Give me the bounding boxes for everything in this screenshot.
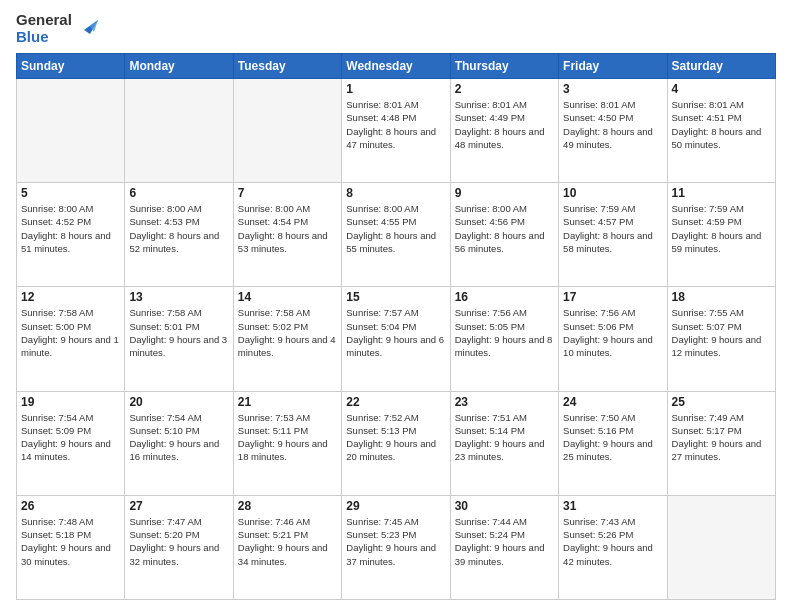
day-number: 13 [129,290,228,304]
calendar-cell: 22Sunrise: 7:52 AM Sunset: 5:13 PM Dayli… [342,391,450,495]
day-number: 3 [563,82,662,96]
day-number: 25 [672,395,771,409]
day-number: 23 [455,395,554,409]
day-number: 12 [21,290,120,304]
day-number: 31 [563,499,662,513]
day-info: Sunrise: 7:58 AM Sunset: 5:01 PM Dayligh… [129,306,228,359]
day-info: Sunrise: 7:49 AM Sunset: 5:17 PM Dayligh… [672,411,771,464]
day-info: Sunrise: 8:01 AM Sunset: 4:51 PM Dayligh… [672,98,771,151]
day-number: 26 [21,499,120,513]
day-number: 17 [563,290,662,304]
day-info: Sunrise: 8:00 AM Sunset: 4:52 PM Dayligh… [21,202,120,255]
header: General Blue [16,12,776,45]
calendar-cell: 8Sunrise: 8:00 AM Sunset: 4:55 PM Daylig… [342,183,450,287]
day-info: Sunrise: 7:50 AM Sunset: 5:16 PM Dayligh… [563,411,662,464]
calendar-cell [667,495,775,599]
logo-general: General [16,12,72,29]
weekday-header-thursday: Thursday [450,54,558,79]
calendar-cell: 20Sunrise: 7:54 AM Sunset: 5:10 PM Dayli… [125,391,233,495]
calendar-cell: 9Sunrise: 8:00 AM Sunset: 4:56 PM Daylig… [450,183,558,287]
day-number: 4 [672,82,771,96]
day-info: Sunrise: 7:48 AM Sunset: 5:18 PM Dayligh… [21,515,120,568]
calendar-header: SundayMondayTuesdayWednesdayThursdayFrid… [17,54,776,79]
day-info: Sunrise: 7:58 AM Sunset: 5:00 PM Dayligh… [21,306,120,359]
day-info: Sunrise: 7:59 AM Sunset: 4:57 PM Dayligh… [563,202,662,255]
day-number: 24 [563,395,662,409]
day-number: 14 [238,290,337,304]
calendar-cell [125,79,233,183]
day-number: 7 [238,186,337,200]
calendar-cell: 29Sunrise: 7:45 AM Sunset: 5:23 PM Dayli… [342,495,450,599]
day-number: 21 [238,395,337,409]
calendar-cell: 26Sunrise: 7:48 AM Sunset: 5:18 PM Dayli… [17,495,125,599]
calendar-cell: 19Sunrise: 7:54 AM Sunset: 5:09 PM Dayli… [17,391,125,495]
day-info: Sunrise: 7:56 AM Sunset: 5:06 PM Dayligh… [563,306,662,359]
day-number: 9 [455,186,554,200]
day-number: 6 [129,186,228,200]
day-number: 30 [455,499,554,513]
weekday-header-monday: Monday [125,54,233,79]
day-info: Sunrise: 7:44 AM Sunset: 5:24 PM Dayligh… [455,515,554,568]
day-number: 27 [129,499,228,513]
calendar-cell: 31Sunrise: 7:43 AM Sunset: 5:26 PM Dayli… [559,495,667,599]
weekday-header-friday: Friday [559,54,667,79]
calendar-cell [233,79,341,183]
calendar-cell: 3Sunrise: 8:01 AM Sunset: 4:50 PM Daylig… [559,79,667,183]
day-info: Sunrise: 8:01 AM Sunset: 4:50 PM Dayligh… [563,98,662,151]
day-info: Sunrise: 7:55 AM Sunset: 5:07 PM Dayligh… [672,306,771,359]
day-number: 8 [346,186,445,200]
day-info: Sunrise: 7:52 AM Sunset: 5:13 PM Dayligh… [346,411,445,464]
calendar-cell: 24Sunrise: 7:50 AM Sunset: 5:16 PM Dayli… [559,391,667,495]
day-number: 29 [346,499,445,513]
weekday-row: SundayMondayTuesdayWednesdayThursdayFrid… [17,54,776,79]
day-info: Sunrise: 8:01 AM Sunset: 4:48 PM Dayligh… [346,98,445,151]
day-number: 19 [21,395,120,409]
day-info: Sunrise: 8:00 AM Sunset: 4:53 PM Dayligh… [129,202,228,255]
calendar-cell: 27Sunrise: 7:47 AM Sunset: 5:20 PM Dayli… [125,495,233,599]
calendar-week-3: 12Sunrise: 7:58 AM Sunset: 5:00 PM Dayli… [17,287,776,391]
calendar-cell: 4Sunrise: 8:01 AM Sunset: 4:51 PM Daylig… [667,79,775,183]
day-info: Sunrise: 7:47 AM Sunset: 5:20 PM Dayligh… [129,515,228,568]
calendar-cell: 23Sunrise: 7:51 AM Sunset: 5:14 PM Dayli… [450,391,558,495]
page: General Blue SundayMondayTuesdayWednesda… [0,0,792,612]
day-number: 15 [346,290,445,304]
weekday-header-wednesday: Wednesday [342,54,450,79]
logo-blue: Blue [16,29,72,46]
day-info: Sunrise: 7:59 AM Sunset: 4:59 PM Dayligh… [672,202,771,255]
day-info: Sunrise: 7:51 AM Sunset: 5:14 PM Dayligh… [455,411,554,464]
day-info: Sunrise: 8:01 AM Sunset: 4:49 PM Dayligh… [455,98,554,151]
calendar-cell: 2Sunrise: 8:01 AM Sunset: 4:49 PM Daylig… [450,79,558,183]
calendar-cell: 10Sunrise: 7:59 AM Sunset: 4:57 PM Dayli… [559,183,667,287]
calendar-cell: 7Sunrise: 8:00 AM Sunset: 4:54 PM Daylig… [233,183,341,287]
calendar-cell: 12Sunrise: 7:58 AM Sunset: 5:00 PM Dayli… [17,287,125,391]
day-info: Sunrise: 7:56 AM Sunset: 5:05 PM Dayligh… [455,306,554,359]
day-number: 22 [346,395,445,409]
calendar-cell: 28Sunrise: 7:46 AM Sunset: 5:21 PM Dayli… [233,495,341,599]
calendar-week-1: 1Sunrise: 8:01 AM Sunset: 4:48 PM Daylig… [17,79,776,183]
calendar-week-5: 26Sunrise: 7:48 AM Sunset: 5:18 PM Dayli… [17,495,776,599]
day-info: Sunrise: 7:45 AM Sunset: 5:23 PM Dayligh… [346,515,445,568]
calendar-week-4: 19Sunrise: 7:54 AM Sunset: 5:09 PM Dayli… [17,391,776,495]
calendar-cell: 15Sunrise: 7:57 AM Sunset: 5:04 PM Dayli… [342,287,450,391]
day-number: 2 [455,82,554,96]
logo: General Blue [16,12,98,45]
calendar-cell: 14Sunrise: 7:58 AM Sunset: 5:02 PM Dayli… [233,287,341,391]
calendar-cell: 21Sunrise: 7:53 AM Sunset: 5:11 PM Dayli… [233,391,341,495]
day-number: 10 [563,186,662,200]
day-number: 5 [21,186,120,200]
calendar-table: SundayMondayTuesdayWednesdayThursdayFrid… [16,53,776,600]
day-info: Sunrise: 7:58 AM Sunset: 5:02 PM Dayligh… [238,306,337,359]
day-number: 28 [238,499,337,513]
calendar-week-2: 5Sunrise: 8:00 AM Sunset: 4:52 PM Daylig… [17,183,776,287]
day-info: Sunrise: 7:54 AM Sunset: 5:10 PM Dayligh… [129,411,228,464]
day-number: 18 [672,290,771,304]
day-info: Sunrise: 7:53 AM Sunset: 5:11 PM Dayligh… [238,411,337,464]
calendar-cell: 6Sunrise: 8:00 AM Sunset: 4:53 PM Daylig… [125,183,233,287]
calendar-cell: 25Sunrise: 7:49 AM Sunset: 5:17 PM Dayli… [667,391,775,495]
day-number: 11 [672,186,771,200]
weekday-header-saturday: Saturday [667,54,775,79]
logo-bird-icon [76,16,98,38]
calendar-cell: 1Sunrise: 8:01 AM Sunset: 4:48 PM Daylig… [342,79,450,183]
day-info: Sunrise: 8:00 AM Sunset: 4:54 PM Dayligh… [238,202,337,255]
day-info: Sunrise: 8:00 AM Sunset: 4:55 PM Dayligh… [346,202,445,255]
